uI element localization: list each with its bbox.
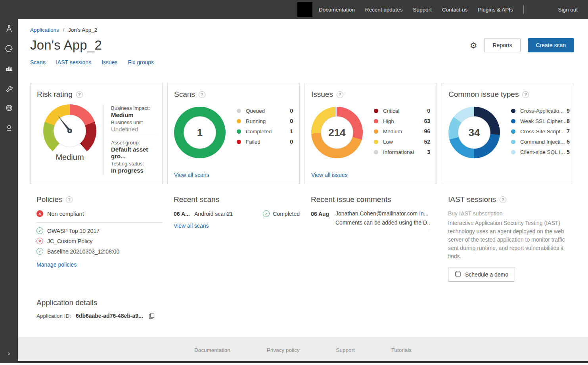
- help-icon[interactable]: ?: [337, 91, 343, 98]
- create-scan-button[interactable]: Create scan: [528, 38, 574, 52]
- view-all-scans-link[interactable]: View all scans: [174, 172, 293, 178]
- calendar-icon: [455, 271, 461, 278]
- nav-recent-updates[interactable]: Recent updates: [365, 7, 403, 13]
- sidebar-item-scans[interactable]: [4, 44, 14, 54]
- user-icon: [5, 123, 13, 134]
- common-issue-types-total: 34: [469, 127, 480, 139]
- business-impact-value: Medium: [111, 111, 156, 118]
- help-icon[interactable]: ?: [66, 196, 73, 203]
- help-icon[interactable]: ?: [76, 91, 83, 98]
- issues-legend: Critical0 High63 Medium96 Low52 Informat…: [374, 108, 430, 159]
- divider: [36, 222, 163, 223]
- footer-privacy-policy-link[interactable]: Privacy policy: [267, 347, 300, 353]
- scans-donut-chart: 1: [174, 107, 226, 158]
- compass-icon: [5, 24, 13, 35]
- comment-issue-link[interactable]: In...: [419, 210, 428, 217]
- issues-card: Issues ? 214 Critical0 High63 Medium96 L…: [305, 83, 437, 184]
- sidebar-item-tools[interactable]: [4, 84, 14, 94]
- horizontal-scrollbar[interactable]: [18, 361, 588, 363]
- view-all-scans-link[interactable]: View all scans: [174, 223, 209, 229]
- scans-legend: Queued0 Running0 Completed1 Failed0: [237, 108, 293, 158]
- footer: Documentation Privacy policy Support Tut…: [18, 337, 588, 363]
- business-unit-value: Undefined: [111, 126, 156, 133]
- tab-fix-groups[interactable]: Fix groups: [128, 59, 154, 65]
- help-icon[interactable]: ?: [199, 91, 205, 98]
- breadcrumb-current: Jon's App_2: [68, 27, 97, 33]
- recent-issue-comments-section: Recent issue comments 06 Aug Jonathan.Co…: [305, 195, 437, 231]
- nav-support[interactable]: Support: [413, 7, 431, 13]
- main-area: Applications / Jon's App_2 Jon's App_2 ⚙…: [18, 19, 588, 363]
- testing-status-label: Testing status:: [111, 161, 156, 167]
- asset-group-label: Asset group:: [111, 140, 156, 146]
- sidebar-item-analytics[interactable]: [4, 64, 14, 74]
- iast-sessions-section: IAST sessions ? Buy IAST subscription In…: [442, 195, 574, 282]
- nav-divider: [523, 5, 524, 14]
- sidebar-item-account[interactable]: [4, 124, 14, 133]
- tab-iast-sessions[interactable]: IAST sessions: [56, 59, 91, 65]
- settings-gear-icon[interactable]: ⚙: [470, 41, 477, 50]
- common-issue-types-donut-chart: 34: [448, 107, 500, 158]
- nav-contact-us[interactable]: Contact us: [442, 7, 468, 13]
- risk-rating-title: Risk rating: [37, 90, 73, 99]
- issues-total: 214: [328, 127, 345, 139]
- footer-support-link[interactable]: Support: [336, 347, 354, 353]
- application-details-title: Application details: [36, 298, 97, 307]
- common-issue-types-legend: Cross-Applicatio...9 Weak SSL Cipher...8…: [511, 108, 570, 159]
- recent-scans-title: Recent scans: [174, 195, 219, 204]
- type-dot: [511, 129, 515, 134]
- scan-date: 06 A...: [174, 211, 194, 217]
- divider: [311, 231, 430, 231]
- footer-tutorials-link[interactable]: Tutorials: [391, 347, 412, 353]
- brand-logo[interactable]: [297, 2, 312, 17]
- type-dot: [511, 140, 515, 144]
- breadcrumb: Applications / Jon's App_2: [30, 27, 588, 33]
- recent-issue-comments-title: Recent issue comments: [311, 195, 391, 204]
- nav-plugins-apis[interactable]: Plugins & APIs: [478, 7, 513, 13]
- common-issue-types-card: Common issue types ? 34 Cross-Applicatio…: [442, 83, 574, 184]
- critical-dot: [374, 109, 378, 113]
- help-icon[interactable]: ?: [522, 91, 529, 98]
- sidebar-item-applications[interactable]: [4, 25, 14, 34]
- sidebar-expand-chevron[interactable]: ›: [0, 350, 18, 357]
- breadcrumb-applications-link[interactable]: Applications: [30, 27, 59, 33]
- queued-dot: [237, 109, 241, 113]
- left-sidebar: ›: [0, 19, 18, 363]
- recent-scan-row[interactable]: 06 A... Android scan21 ✓ Completed: [174, 210, 300, 217]
- iast-sessions-title: IAST sessions: [448, 195, 496, 204]
- bar-chart-icon: [5, 64, 13, 74]
- iast-description: Interactive Application Security Testing…: [448, 219, 568, 261]
- sign-out-link[interactable]: Sign out: [558, 7, 578, 13]
- copy-icon[interactable]: [149, 313, 155, 319]
- manage-policies-link[interactable]: Manage policies: [36, 261, 77, 268]
- wrench-icon: [5, 84, 13, 94]
- footer-documentation-link[interactable]: Documentation: [194, 347, 230, 353]
- page-title: Jon's App_2: [30, 38, 102, 53]
- type-dot: [511, 150, 515, 154]
- testing-status-value: In progress: [111, 167, 156, 174]
- policy-pass-icon: ✓: [36, 248, 43, 255]
- policy-name: Baseline 20210303_12:08:00: [47, 248, 119, 255]
- tab-scans[interactable]: Scans: [30, 59, 46, 65]
- informational-dot: [374, 150, 378, 154]
- view-all-issues-link[interactable]: View all issues: [311, 172, 430, 178]
- globe-icon: [5, 104, 13, 114]
- schedule-demo-button[interactable]: Schedule a demo: [448, 267, 515, 282]
- completed-dot: [237, 129, 241, 134]
- issues-donut-chart: 214: [311, 107, 363, 158]
- comment-author: Jonathan.Cohen@mailinator.com: [335, 210, 418, 217]
- non-compliant-icon: ✕: [36, 210, 43, 217]
- top-nav: Documentation Recent updates Support Con…: [319, 7, 513, 13]
- reports-button[interactable]: Reports: [484, 38, 520, 52]
- policy-pass-icon: ✓: [36, 227, 43, 234]
- risk-rating-card: Risk rating ? Medium Business impact: Me…: [30, 83, 163, 184]
- business-impact-label: Business impact:: [111, 105, 156, 111]
- gauge-icon: [5, 44, 13, 54]
- risk-details: Business impact: Medium Business unit: U…: [103, 104, 156, 175]
- help-icon[interactable]: ?: [500, 196, 506, 203]
- application-id-label: Application ID:: [36, 313, 71, 319]
- application-id-value: 6db6aabe-ad76-48eb-a9...: [76, 313, 143, 319]
- high-dot: [374, 119, 378, 123]
- sidebar-item-global[interactable]: [4, 104, 14, 113]
- nav-documentation[interactable]: Documentation: [319, 7, 355, 13]
- tab-issues[interactable]: Issues: [102, 59, 117, 65]
